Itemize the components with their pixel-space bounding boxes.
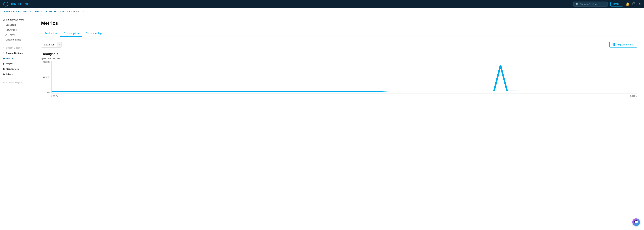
- time-filter[interactable]: Last hour ▾: [41, 42, 62, 47]
- ksqldb-label: ksqlDB: [6, 62, 14, 65]
- notifications-icon[interactable]: 🔔: [626, 2, 630, 6]
- breadcrumb-cluster0[interactable]: CLUSTER_0: [46, 10, 59, 13]
- dashboard-label: Dashboard: [6, 24, 16, 26]
- chart-xaxis: 2:30 PM 3:30 PM: [52, 94, 637, 99]
- chat-icon: 💬: [634, 220, 638, 224]
- logo-icon: +: [4, 2, 8, 6]
- floating-action-button[interactable]: 💬: [632, 218, 640, 226]
- x-end-label: 3:30 PM: [630, 95, 637, 97]
- breadcrumb-sep-2: ›: [32, 10, 32, 13]
- topics-icon: ◉: [3, 57, 4, 60]
- page-title: Metrics: [41, 20, 637, 26]
- time-filter-label: Last hour: [41, 42, 57, 47]
- sidebar-item-schema-registry: ⊟ Schema Registry: [0, 80, 34, 85]
- main-content: Metrics Production Consumption Consumer …: [34, 15, 644, 230]
- sidebar-item-stream-designer[interactable]: ✦ Stream Designer: [0, 50, 34, 56]
- sidebar-item-cluster-settings[interactable]: Cluster Settings: [0, 37, 34, 42]
- sidebar-item-ksqldb[interactable]: ◈ ksqlDB: [0, 61, 34, 66]
- chart-yaxis: 29.3KB/s 14.65KB/s 0B/s: [41, 61, 52, 94]
- schema-icon: ⊟: [3, 81, 4, 84]
- sidebar-item-cluster-overview[interactable]: ⊞ Cluster Overview: [0, 17, 34, 22]
- explore-metrics-button[interactable]: ▐▌ Explore metrics: [610, 42, 637, 47]
- sidebar-item-clients[interactable]: ◎ Clients: [0, 72, 34, 77]
- y-mid-label: 14.65KB/s: [42, 76, 50, 78]
- menu-icon[interactable]: ≡: [639, 2, 640, 6]
- designer-icon: ✦: [3, 52, 4, 54]
- breadcrumb-sep-6: ›: [83, 10, 84, 13]
- clients-label: Clients: [6, 73, 13, 76]
- breadcrumb-topics[interactable]: TOPICS: [62, 10, 70, 13]
- explore-metrics-label: Explore metrics: [618, 43, 634, 46]
- breadcrumb-sep-5: ›: [71, 10, 72, 13]
- sidebar-item-stream-lineage: ⇒ Stream Lineage: [0, 45, 34, 50]
- topics-label: Topics: [6, 57, 13, 60]
- cluster-settings-label: Cluster Settings: [6, 38, 21, 41]
- y-min-label: 0B/s: [46, 91, 50, 94]
- breadcrumb-sep-1: ›: [11, 10, 12, 13]
- breadcrumb-sep-3: ›: [44, 10, 45, 13]
- cluster-overview-label: Cluster Overview: [6, 18, 24, 21]
- search-icon: 🔍: [576, 3, 578, 5]
- help-icon[interactable]: ?: [632, 2, 636, 6]
- breadcrumb-environments[interactable]: ENVIRONMENTS: [13, 10, 31, 13]
- search-label: Stream Catalog: [580, 3, 596, 5]
- logo[interactable]: + CONFLUENT: [4, 2, 28, 6]
- lineage-icon: ⇒: [3, 46, 4, 49]
- sidebar-item-networking[interactable]: Networking: [0, 27, 34, 32]
- stream-lineage-label: Stream Lineage: [6, 46, 22, 49]
- chart-title: Throughput: [41, 52, 637, 56]
- api-keys-label: API Keys: [6, 33, 14, 36]
- tab-consumer-lag[interactable]: Consumer lag: [82, 30, 105, 37]
- breadcrumb-default[interactable]: DEFAULT: [34, 10, 44, 13]
- chart-container: 29.3KB/s 14.65KB/s 0B/s 2:30 PM 3:30 PM: [41, 61, 637, 99]
- sidebar-item-connectors[interactable]: ⛓ Connectors: [0, 66, 34, 72]
- breadcrumb-home[interactable]: HOME: [4, 10, 10, 13]
- networking-label: Networking: [6, 28, 16, 31]
- chart-plot: [52, 61, 637, 94]
- y-max-label: 29.3KB/s: [43, 61, 50, 63]
- sidebar: ⊞ Cluster Overview Dashboard Networking …: [0, 15, 34, 230]
- chart-section: Throughput bytes consumed /sec 29.3KB/s …: [41, 52, 637, 102]
- controls-row: Last hour ▾ ▐▌ Explore metrics: [41, 42, 637, 47]
- sidebar-item-dashboard[interactable]: Dashboard: [0, 22, 34, 27]
- breadcrumb-sep-4: ›: [60, 10, 61, 13]
- search-box[interactable]: 🔍 Stream Catalog: [574, 1, 608, 7]
- time-filter-arrow: ▾: [57, 42, 61, 47]
- breadcrumb: HOME › ENVIRONMENTS › DEFAULT › CLUSTER_…: [0, 8, 644, 15]
- tab-consumption[interactable]: Consumption: [60, 30, 82, 37]
- top-navigation: + CONFLUENT 🔍 Stream Catalog LEARN 🔔 ? ≡: [0, 0, 644, 8]
- sidebar-item-api-keys[interactable]: API Keys: [0, 32, 34, 37]
- ksqldb-icon: ◈: [3, 62, 4, 65]
- metrics-tabs: Production Consumption Consumer lag: [41, 30, 637, 37]
- chart-svg: [52, 61, 637, 93]
- right-panel-toggle[interactable]: ‹: [642, 112, 644, 118]
- breadcrumb-topic0: TOPIC_0: [73, 10, 82, 13]
- sidebar-item-topics[interactable]: ◉ Topics: [0, 56, 34, 61]
- schema-registry-label: Schema Registry: [6, 81, 23, 84]
- x-start-label: 2:30 PM: [52, 95, 58, 97]
- stream-designer-label: Stream Designer: [6, 52, 24, 54]
- tab-production[interactable]: Production: [41, 30, 60, 37]
- grid-icon: ⊞: [3, 18, 4, 21]
- chevron-left-icon: ‹: [642, 114, 643, 116]
- bar-chart-icon: ▐▌: [613, 43, 616, 46]
- nav-right: 🔍 Stream Catalog LEARN 🔔 ? ≡: [574, 1, 640, 7]
- clients-icon: ◎: [3, 73, 4, 76]
- chart-y-label: bytes consumed /sec: [41, 57, 637, 60]
- connectors-icon: ⛓: [3, 68, 5, 70]
- nav-left: + CONFLUENT: [4, 2, 28, 6]
- connectors-label: Connectors: [6, 68, 19, 70]
- logo-text: CONFLUENT: [10, 2, 28, 6]
- learn-button[interactable]: LEARN: [610, 2, 623, 6]
